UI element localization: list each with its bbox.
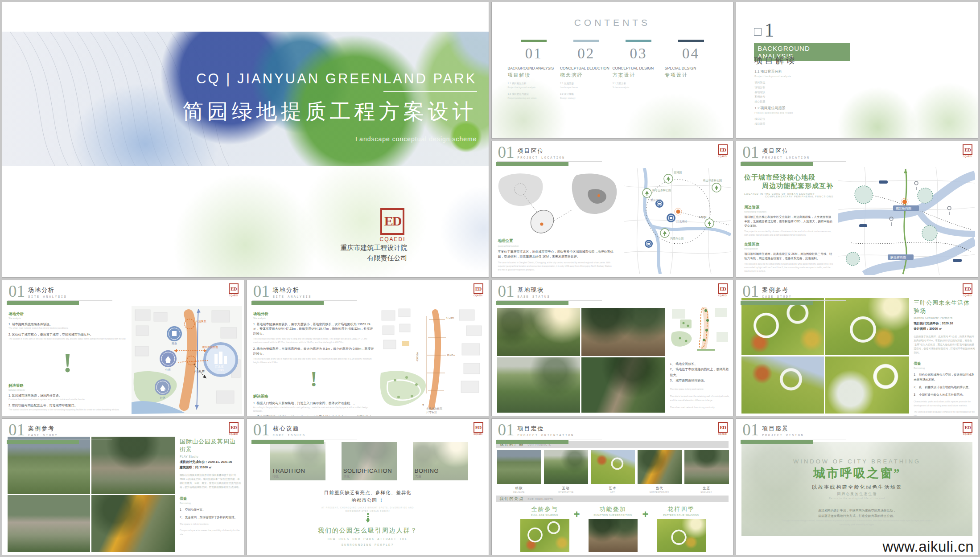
company-name: 重庆市建筑工程设计院 有限责任公司 <box>341 243 408 263</box>
svg-text:社区: 社区 <box>160 396 165 399</box>
cover-title-cn: 简园绿地提质工程方案设计 <box>183 98 477 126</box>
svg-text:▼: ▼ <box>422 404 424 406</box>
company-logo: ED CQAEDI <box>379 208 405 242</box>
case-firm: PLAY Studio <box>180 455 241 458</box>
cqaedi-logo: ED CQAEDI <box>229 283 239 297</box>
product-caption-3: 艺术ART <box>591 485 635 493</box>
contents-bar-3 <box>626 40 651 42</box>
slide-core-issues[interactable]: 01 核心议题CORE ISSUES ED CQAEDI TRADITION 传… <box>247 418 489 555</box>
cover-title-block: CQ | JIANYUAN GREENLAND PARK 简园绿地提质工程方案设… <box>183 71 477 143</box>
slide-section-divider[interactable]: 1 BACKGROUND ANALYSIS 项目解读 1.1 项目背景分析 Pr… <box>736 2 978 139</box>
slide-grid: CQ | JIANYUAN GREENLAND PARK 简园绿地提质工程方案设… <box>0 0 980 557</box>
analysis-text-column: 场地分析 Site analysis 1. 基地城市延展界面较长，展示力度较小，… <box>253 311 375 417</box>
product-caption-5: 生态ECOLOGY <box>684 485 729 493</box>
svg-text:照母山森林公园: 照母山森林公园 <box>652 188 671 192</box>
svg-text:住宅: 住宅 <box>165 368 171 371</box>
svg-text:商业: 商业 <box>172 342 177 345</box>
case-photo-1 <box>741 298 824 355</box>
cover-banner: CQ | JIANYUAN GREENLAND PARK 简园绿地提质工程方案设… <box>2 32 489 166</box>
slide-contents[interactable]: CONTENTS 01 BACKGROUND ANALYSIS 项目解读 1.1… <box>491 2 734 139</box>
site-analysis-map: 商业 住宅 社区 江北嘴 CBD 人流聚集 城市界面贯通 人行天桥 <box>132 306 242 414</box>
svg-text:江北嘴: 江北嘴 <box>215 365 224 369</box>
svg-text:19.47m: 19.47m <box>447 354 455 356</box>
green-circle-2 <box>898 71 978 139</box>
header-line <box>741 439 846 439</box>
svg-text:408.52m: 408.52m <box>416 352 419 361</box>
cqaedi-logo: ED CQAEDI <box>963 144 972 158</box>
product-photo-4 <box>638 450 682 484</box>
status-points: 1、 场地空间狭长。 2、 场地位于市政道路的挡坎上，整体高差较大。 3、 城市… <box>670 361 731 410</box>
issue-card-solidification: SOLIDIFICATION 固化 <box>342 442 397 480</box>
header-green-bar <box>741 440 813 444</box>
district-map: 观音桥商圈 解放碑商圈 <box>838 167 975 275</box>
exclamation-mark: ! <box>253 367 375 391</box>
svg-text:解放碑商圈: 解放碑商圈 <box>890 256 906 259</box>
highlight-photo-2 <box>589 519 638 552</box>
site-plan-thumbnail <box>670 305 730 352</box>
header-line <box>252 439 357 439</box>
svg-text:鸿恩寺公园: 鸿恩寺公园 <box>670 237 684 240</box>
slide-cover[interactable]: CQ | JIANYUAN GREENLAND PARK 简园绿地提质工程方案设… <box>2 2 489 278</box>
down-arrow-icon <box>366 513 370 523</box>
geo-title: 地理位置 <box>498 238 618 244</box>
contents-item-2: 02 CONCEPTUAL DEDUCTION 概念演绎 2.1 景观主题 La… <box>560 40 612 100</box>
header-green-bar <box>7 301 79 305</box>
svg-text:观音桥商圈: 观音桥商圈 <box>896 207 911 210</box>
slide-project-vision[interactable]: 01 项目愿景PROJECT VISION ED CQAEDI WINDOW O… <box>736 418 978 555</box>
header-green-bar <box>251 440 324 444</box>
product-caption-2: 互动INTERACTIVE <box>544 485 588 493</box>
case-info-panel: 三叶公园未来生活体验场 Martha Schwartz Partners 项目设… <box>914 299 975 417</box>
slide-project-location-2[interactable]: 01 项目区位PROJECT LOCATION ED CQAEDI 位于城市经济… <box>736 141 978 278</box>
soft-blue-circle <box>426 172 489 278</box>
cqaedi-logo-mark: ED <box>380 208 404 235</box>
contents-items: 01 BACKGROUND ANALYSIS 项目解读 1.1 项目背景分析 P… <box>492 40 733 100</box>
case-photo-4 <box>91 495 175 552</box>
china-region-maps <box>497 171 622 238</box>
slide-header: 01 项目愿景PROJECT VISION <box>742 422 804 437</box>
vision-title-en: WINDOW OF CITY BREATHING <box>736 458 978 465</box>
slide-site-analysis-1[interactable]: 01 场地分析SITE ANALYSIS ED CQAEDI 场地分析 Site… <box>2 280 244 417</box>
header-line <box>497 161 602 162</box>
section-sub-1: 1.1 项目背景分析 Project background analysis 项… <box>754 69 791 104</box>
slide-case-study-2[interactable]: 01 案例参考CASE STUDY ED CQAEDI 国际山公园及其周边街景 … <box>2 418 244 555</box>
slide-base-status[interactable]: 01 基地现状BASE STATUS ED CQAEDI 1、 场地空间狭长。 … <box>491 280 734 417</box>
header-green-bar <box>741 301 813 305</box>
contents-item-3: 03 CONCEPTUAL DESIGN 方案设计 3.1 方案分析 Schem… <box>612 40 664 100</box>
svg-text:城市界面贯通: 城市界面贯通 <box>202 345 218 349</box>
issue-statement-en: AT PRESENT, CHONGQING LACKS BRIGHT SPOTS… <box>247 506 489 513</box>
svg-text:人行天桥: 人行天桥 <box>194 370 205 373</box>
slide-header: 01 场地分析SITE ANALYSIS <box>253 284 312 299</box>
highlight-3: 花样四季 PATTERN FOUR SEASONS <box>652 505 710 549</box>
slide-header: 01 案例参考CASE STUDY <box>742 284 792 299</box>
cover-subtitle: Landscape conceptual design scheme <box>183 135 477 143</box>
site-photo-4 <box>581 357 665 413</box>
cqaedi-logo: ED CQAEDI <box>718 144 728 158</box>
soft-green-circle-1 <box>149 149 341 278</box>
header-line <box>497 439 602 439</box>
slide-header: 01 案例参考CASE STUDY <box>8 422 58 437</box>
header-green-bar <box>251 301 324 305</box>
slide-header: 01 场地分析SITE ANALYSIS <box>8 284 67 299</box>
location-text-column: 位于城市经济核心地段 周边功能配套形成互补 LOCATED IN THE COR… <box>744 173 833 273</box>
product-caption-4: 当代CONTEMPORARY <box>638 485 682 493</box>
section-sub-2-list: 项目定位 项目愿景 <box>754 117 793 127</box>
section-number-block: 1 <box>754 22 774 38</box>
contents-bar-2 <box>573 40 599 42</box>
site-dimension-map: 47.23m 19.47m 408.52m ▼ 市政道路标高 尺寸标注 <box>379 306 486 414</box>
square-outline-icon <box>754 28 762 36</box>
highlights-band: 我们的亮点OUR HIGHLIGHTS <box>496 496 729 502</box>
case-photo-3 <box>8 495 90 552</box>
slide-project-location-1[interactable]: 01 项目区位PROJECT LOCATION ED CQAEDI 地理位置 g… <box>491 141 734 278</box>
product-photo-1 <box>497 450 541 484</box>
vision-subtitle-2: 回归心灵的生态生活 <box>736 491 978 496</box>
cover-divider-line <box>383 91 477 92</box>
slide-project-orientation[interactable]: 01 项目定位PROJECT ORIENTATION ED CQAEDI 我们的… <box>491 418 734 555</box>
green-circle-1 <box>826 76 929 139</box>
slide-site-analysis-2[interactable]: 01 场地分析SITE ANALYSIS ED CQAEDI 场地分析 Site… <box>247 280 489 417</box>
cqaedi-logo: ED CQAEDI <box>718 283 728 297</box>
slide-case-study-1[interactable]: 01 案例参考CASE STUDY ED CQAEDI 三叶公园未来生活体验场 … <box>736 280 978 417</box>
exclamation-mark: ! <box>8 347 127 379</box>
case-photo-4 <box>825 356 909 414</box>
site-photo-1 <box>497 308 580 356</box>
product-photo-5 <box>684 450 729 484</box>
